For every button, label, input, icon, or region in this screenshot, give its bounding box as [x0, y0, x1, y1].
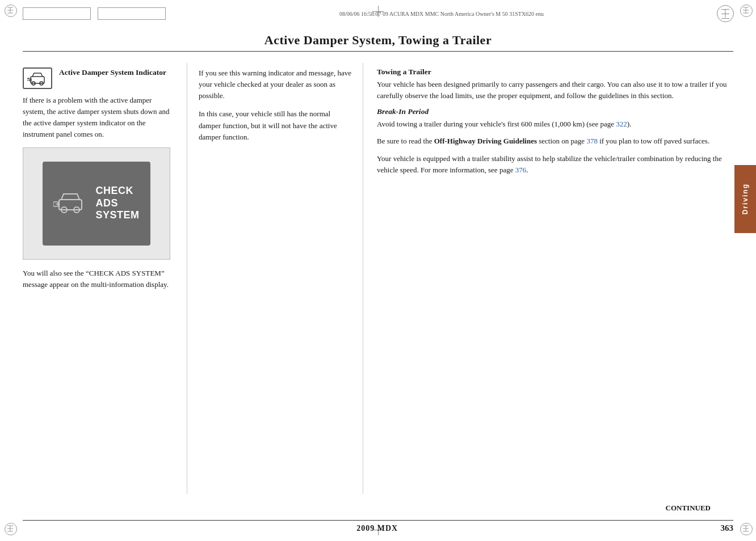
- right-column: Towing a Trailer Your vehicle has been d…: [363, 63, 733, 494]
- center-crosshair-top: [372, 6, 384, 17]
- page-container: 08/06/06 16:58:07 09 ACURA MDX MMC North…: [0, 0, 756, 541]
- page-322-link[interactable]: 322: [616, 120, 627, 128]
- ads-display-box: CHECKADSSYSTEM: [23, 147, 170, 260]
- corner-mark-tl: [5, 5, 16, 18]
- ads-car-icon: [53, 189, 87, 218]
- stability-text: Your vehicle is equipped with a trailer …: [377, 154, 722, 174]
- footer-page-number: 363: [721, 523, 734, 533]
- break-in-para: Avoid towing a trailer during your vehic…: [377, 119, 733, 130]
- middle-para2: In this case, your vehicle still has the…: [199, 108, 351, 142]
- reg-mark-br: [740, 523, 751, 534]
- driving-tab-label: Driving: [741, 183, 749, 214]
- left-para2: You will also see the “CHECK ADS SYSTEM”…: [23, 268, 175, 290]
- indicator-title: Active Damper System Indicator: [59, 67, 166, 78]
- top-bar-box-right: [98, 7, 166, 20]
- corner-mark-br: [740, 523, 751, 536]
- off-highway-bold: Off-Highway Driving Guidelines: [434, 137, 537, 145]
- towing-heading: Towing a Trailer: [377, 67, 733, 77]
- left-para1: If there is a problem with the active da…: [23, 95, 175, 141]
- page-title-section: Active Damper System, Towing a Trailer: [23, 25, 733, 52]
- break-in-para-text: Avoid towing a trailer during your vehic…: [377, 120, 616, 128]
- ads-check-text: CHECKADSSYSTEM: [95, 185, 139, 222]
- indicator-header: Active Damper System Indicator: [23, 67, 175, 89]
- left-column: Active Damper System Indicator If there …: [23, 63, 187, 494]
- ads-inner-box: CHECKADSSYSTEM: [43, 162, 150, 246]
- break-in-heading: Break-In Period: [377, 107, 733, 116]
- top-bar-boxes: [23, 7, 166, 20]
- driving-tab: Driving: [734, 165, 756, 233]
- middle-column: If you see this warning indicator and me…: [187, 63, 363, 494]
- middle-para1: If you see this warning indicator and me…: [199, 67, 351, 102]
- off-highway-para: Be sure to read the Off-Highway Driving …: [377, 136, 733, 147]
- car-indicator-icon: [26, 71, 49, 86]
- stability-period: .: [526, 166, 528, 174]
- page-footer: 2009 MDX 363: [23, 523, 733, 533]
- top-bar-box-left: [23, 7, 91, 20]
- top-meta: 08/06/06 16:58:07 09 ACURA MDX MMC North…: [166, 11, 717, 17]
- off-highway-text1: Be sure to read the: [377, 137, 434, 145]
- corner-mark-bl: [5, 523, 16, 536]
- off-highway-text3: if you plan to tow off paved surfaces.: [598, 137, 709, 145]
- top-right-crosshair: [717, 6, 733, 22]
- reg-mark-bl: [5, 523, 16, 534]
- reg-mark-tr: [740, 5, 751, 16]
- towing-para: Your vehicle has been designed primarily…: [377, 79, 733, 102]
- break-in-para-close: ).: [627, 120, 632, 128]
- reg-mark-tl: [5, 5, 16, 16]
- stability-para: Your vehicle is equipped with a trailer …: [377, 153, 733, 176]
- off-highway-text2: section on page: [537, 137, 586, 145]
- bottom-border: [23, 520, 733, 521]
- corner-mark-tr: [740, 5, 751, 18]
- page-376-link[interactable]: 376: [515, 166, 527, 174]
- page-title: Active Damper System, Towing a Trailer: [23, 33, 733, 48]
- indicator-icon-box: [23, 67, 52, 89]
- page-378-link[interactable]: 378: [586, 137, 598, 145]
- main-content: Active Damper System Indicator If there …: [23, 63, 733, 494]
- continued-label: CONTINUED: [666, 504, 711, 513]
- footer-model: 2009 MDX: [356, 524, 398, 533]
